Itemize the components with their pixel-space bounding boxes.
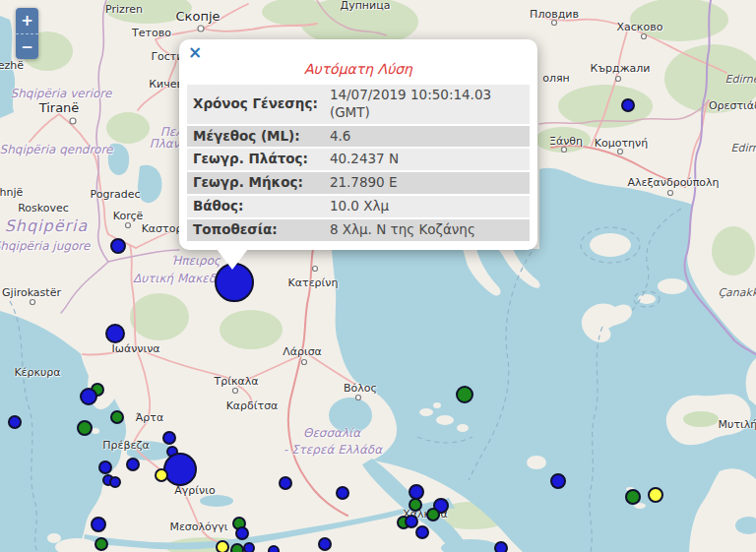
earthquake-marker[interactable] (162, 431, 176, 445)
earthquake-marker[interactable] (163, 453, 197, 486)
earthquake-marker[interactable] (409, 498, 422, 512)
earthquake-marker[interactable] (126, 458, 140, 471)
popup-row-origin-time: Χρόνος Γένεσης: 14/07/2019 10:50:14.03 (… (187, 85, 530, 124)
earthquake-popup: × Αυτόματη Λύση Χρόνος Γένεσης: 14/07/20… (179, 39, 537, 250)
earthquake-marker[interactable] (405, 515, 418, 528)
popup-row-value: 40.2437 N (324, 149, 530, 170)
earthquake-marker[interactable] (110, 238, 126, 254)
earthquake-marker[interactable] (621, 98, 635, 112)
popup-row-label: Χρόνος Γένεσης: (187, 85, 324, 124)
earthquake-marker[interactable] (105, 324, 125, 343)
popup-row-value: 10.0 Χλμ (324, 196, 530, 217)
earthquake-marker[interactable] (625, 489, 641, 505)
earthquake-marker[interactable] (77, 420, 93, 436)
earthquake-marker[interactable] (336, 486, 349, 500)
popup-row-longitude: Γεωγρ. Μήκος: 21.7890 E (187, 172, 530, 194)
popup-close-button[interactable]: × (188, 44, 202, 61)
popup-row-value: 4.6 (324, 126, 530, 148)
earthquake-marker[interactable] (494, 541, 508, 552)
earthquake-marker[interactable] (268, 545, 280, 552)
popup-row-value: 8 Χλμ. Ν της Κοζάνης (324, 219, 530, 241)
zoom-control: + − (16, 8, 38, 59)
earthquake-marker[interactable] (648, 487, 663, 503)
zoom-out-button[interactable]: − (16, 33, 38, 59)
popup-row-label: Βάθος: (187, 196, 324, 217)
earthquake-marker[interactable] (426, 508, 440, 521)
popup-row-location: Τοποθεσία: 8 Χλμ. Ν της Κοζάνης (187, 219, 530, 241)
earthquake-marker[interactable] (279, 476, 292, 490)
earthquake-marker[interactable] (94, 537, 108, 551)
popup-row-value: 14/07/2019 10:50:14.03 (GMT) (324, 85, 530, 124)
popup-row-magnitude: Μέγεθος (ML): 4.6 (187, 126, 530, 148)
popup-tail (217, 249, 248, 270)
earthquake-marker[interactable] (550, 473, 566, 489)
earthquake-marker[interactable] (109, 476, 121, 488)
popup-row-depth: Βάθος: 10.0 Χλμ (187, 196, 530, 217)
earthquake-marker[interactable] (456, 386, 473, 403)
earthquake-marker[interactable] (91, 517, 106, 532)
earthquake-marker[interactable] (8, 415, 22, 429)
earthquake-marker[interactable] (98, 460, 112, 474)
popup-row-latitude: Γεωγρ. Πλάτος: 40.2437 N (187, 149, 530, 170)
popup-row-label: Γεωγρ. Πλάτος: (187, 149, 324, 170)
popup-table: Χρόνος Γένεσης: 14/07/2019 10:50:14.03 (… (187, 83, 530, 243)
earthquake-marker[interactable] (318, 537, 332, 551)
zoom-in-button[interactable]: + (16, 8, 38, 33)
popup-row-label: Μέγεθος (ML): (187, 126, 324, 148)
earthquake-marker[interactable] (155, 468, 168, 482)
earthquake-marker[interactable] (243, 542, 255, 552)
earthquake-marker[interactable] (80, 388, 97, 405)
popup-row-label: Τοποθεσία: (187, 219, 324, 241)
popup-row-label: Γεωγρ. Μήκος: (187, 172, 324, 194)
earthquake-marker[interactable] (415, 525, 429, 539)
earthquake-marker[interactable] (110, 410, 124, 424)
earthquake-marker[interactable] (216, 540, 229, 552)
popup-row-value: 21.7890 E (324, 172, 530, 194)
map-canvas[interactable]: PrizrenСкопјеТетовоГостиварКичевоTiranëД… (0, 0, 756, 552)
earthquake-marker[interactable] (230, 543, 244, 552)
popup-title: Αυτόματη Λύση (187, 61, 530, 77)
earthquake-marker[interactable] (235, 526, 249, 540)
